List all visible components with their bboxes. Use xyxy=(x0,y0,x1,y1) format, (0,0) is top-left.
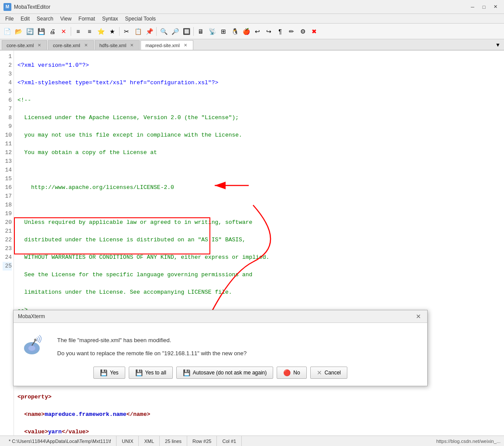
unindent-button[interactable]: ≡ xyxy=(84,26,95,37)
find-button[interactable]: 🔍 xyxy=(158,26,169,37)
sep2 xyxy=(119,27,120,36)
menu-format[interactable]: Format xyxy=(75,15,99,23)
apple-button[interactable]: 🍎 xyxy=(241,26,251,37)
status-lines: 25 lines xyxy=(160,436,187,446)
dialog-buttons: 💾 Yes 💾 Yes to all 💾 Autosave (do not as… xyxy=(14,362,427,386)
svg-point-6 xyxy=(34,339,37,341)
open-file-button[interactable]: 📂 xyxy=(13,26,24,37)
dialog-autosave-button[interactable]: 💾 Autosave (do not ask me again) xyxy=(176,367,273,379)
line-numbers: 1 2 3 4 5 6 7 8 9 10 11 12 13 14 15 16 1… xyxy=(0,51,14,436)
sep1 xyxy=(71,27,71,36)
close-x-button[interactable]: ✖ xyxy=(309,26,319,37)
reload-button[interactable]: 🔄 xyxy=(24,26,35,37)
status-syntax: XML xyxy=(139,436,160,446)
minimize-button[interactable]: ─ xyxy=(467,3,478,11)
find-replace-button[interactable]: 🔎 xyxy=(170,26,180,37)
tab-label: core-site.xml xyxy=(53,43,80,48)
dialog-title: MobaXterm xyxy=(18,313,414,319)
linux-button[interactable]: 🐧 xyxy=(230,26,240,37)
no-button-label: No xyxy=(293,370,300,376)
dialog-message-line1: The file "mapred-site.xml" has been modi… xyxy=(57,336,247,345)
indent-button[interactable]: ≡ xyxy=(73,26,83,37)
statusbar: * C:\Users\11844\AppData\Local\Temp\Mxt1… xyxy=(0,436,504,446)
status-row: Row #25 xyxy=(187,436,217,446)
dialog-close-button[interactable]: ✕ xyxy=(414,313,423,320)
no-icon: 🔴 xyxy=(283,369,291,376)
tab-label: mapred-site.xml xyxy=(145,43,179,48)
app-title: MobaTextEditor xyxy=(14,4,467,10)
undo-button[interactable]: ↩ xyxy=(252,26,263,37)
titlebar: M MobaTextEditor ─ □ ✕ xyxy=(0,0,504,14)
paragraph-button[interactable]: ¶ xyxy=(275,26,285,37)
menu-search[interactable]: Search xyxy=(33,15,57,23)
new-file-button[interactable]: 📄 xyxy=(2,26,12,37)
settings-button[interactable]: ⚙ xyxy=(298,26,308,37)
window-controls: ─ □ ✕ xyxy=(467,3,501,11)
tab-label: hdfs-site.xml xyxy=(99,43,127,48)
save-button[interactable]: 💾 xyxy=(36,26,46,37)
tab-hdfs-site[interactable]: hdfs-site.xml ✕ xyxy=(95,40,140,50)
status-encoding: UNIX xyxy=(117,436,139,446)
tab-core-site-1[interactable]: core-site.xml ✕ xyxy=(2,40,47,50)
save-icon: 💾 xyxy=(100,369,107,376)
dialog-yes-to-all-button[interactable]: 💾 Yes to all xyxy=(129,367,173,379)
mobaxterm-dialog[interactable]: MobaXterm ✕ The file xyxy=(13,310,428,386)
dialog-yes-button[interactable]: 💾 Yes xyxy=(93,367,125,379)
dialog-message: The file "mapred-site.xml" has been modi… xyxy=(57,332,247,357)
status-path: * C:\Users\11844\AppData\Local\Temp\Mxt1… xyxy=(3,436,117,446)
paste-button[interactable]: 📌 xyxy=(144,26,154,37)
tab-close-icon[interactable]: ✕ xyxy=(83,42,89,48)
tab-label: core-site.xml xyxy=(7,43,34,48)
yes-button-label: Yes xyxy=(110,370,119,376)
save-icon: 💾 xyxy=(183,369,190,376)
cancel-button-label: Cancel xyxy=(325,370,341,376)
status-col: Col #1 xyxy=(217,436,242,446)
copy-button[interactable]: 📋 xyxy=(133,26,143,37)
tab-close-icon[interactable]: ✕ xyxy=(129,42,135,48)
menu-syntax[interactable]: Syntax xyxy=(99,15,122,23)
dialog-body: The file "mapred-site.xml" has been modi… xyxy=(14,323,427,362)
menu-file[interactable]: File xyxy=(2,15,17,23)
autosave-button-label: Autosave (do not ask me again) xyxy=(193,370,267,376)
cut-button[interactable]: ✂ xyxy=(121,26,132,37)
menubar: File Edit Search View Format Syntax Spec… xyxy=(0,14,504,24)
dialog-no-button[interactable]: 🔴 No xyxy=(277,367,306,379)
find-all-button[interactable]: 🔲 xyxy=(181,26,192,37)
svg-point-4 xyxy=(28,346,35,351)
close-button[interactable]: ✕ xyxy=(490,3,501,11)
toolbar: 📄 📂 🔄 💾 🖨 ✕ ≡ ≡ ⭐ ★ ✂ 📋 📌 🔍 🔎 🔲 🖥 📡 ⊞ 🐧 … xyxy=(0,24,504,39)
tab-core-site-2[interactable]: core-site.xml ✕ xyxy=(48,40,93,50)
remote2-button[interactable]: 📡 xyxy=(207,26,217,37)
tab-bar: core-site.xml ✕ core-site.xml ✕ hdfs-sit… xyxy=(0,39,504,51)
tabs-scroll-down[interactable]: ▼ xyxy=(494,40,502,50)
bookmark-button[interactable]: ⭐ xyxy=(96,26,106,37)
tab-mapred-site[interactable]: mapred-site.xml ✕ xyxy=(141,40,193,50)
sep4 xyxy=(193,27,194,36)
app-icon: M xyxy=(3,3,11,11)
print-button[interactable]: 🖨 xyxy=(47,26,58,37)
cancel-icon: ✕ xyxy=(317,369,322,376)
tab-close-icon[interactable]: ✕ xyxy=(182,42,189,48)
status-url: https://blog.csdn.net/weixin_... xyxy=(436,439,501,444)
satellite-icon xyxy=(22,332,48,358)
yes-to-all-button-label: Yes to all xyxy=(145,370,166,376)
dialog-titlebar: MobaXterm ✕ xyxy=(14,310,427,323)
menu-edit[interactable]: Edit xyxy=(17,15,33,23)
remote-button[interactable]: 🖥 xyxy=(195,26,206,37)
close-file-button[interactable]: ✕ xyxy=(58,26,69,37)
dialog-message-line2: Do you want to replace the remote file o… xyxy=(57,349,247,358)
tab-close-icon[interactable]: ✕ xyxy=(36,42,42,48)
redo-button[interactable]: ↪ xyxy=(264,26,274,37)
highlight-button[interactable]: ✏ xyxy=(286,26,297,37)
menu-special-tools[interactable]: Special Tools xyxy=(122,15,160,23)
menu-view[interactable]: View xyxy=(57,15,75,23)
save-icon: 💾 xyxy=(135,369,143,376)
terminal-button[interactable]: ⊞ xyxy=(218,26,229,37)
sep3 xyxy=(156,27,157,36)
maximize-button[interactable]: □ xyxy=(479,3,489,11)
dialog-cancel-button[interactable]: ✕ Cancel xyxy=(310,367,347,379)
bookmark2-button[interactable]: ★ xyxy=(107,26,117,37)
